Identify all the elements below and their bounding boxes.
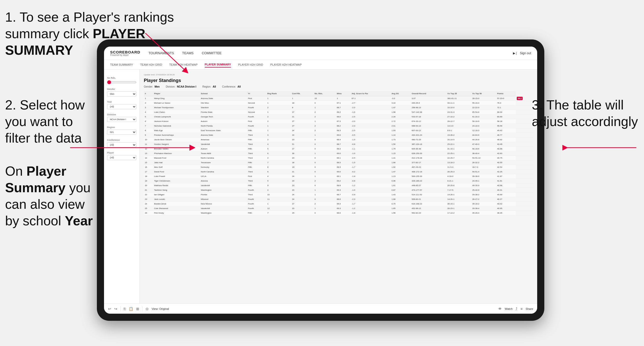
watch-label[interactable]: Watch	[505, 307, 513, 310]
table-header-row: # Player School Yr Reg Rank Conf Rk. No.…	[144, 91, 533, 96]
table-row: 10Jacob Skov OlesenArkansasFifth223068.4…	[144, 137, 533, 142]
table-row: 2Michael Le SassoOle MissSecond118067.1-…	[144, 101, 533, 105]
gender-filter: Gender: Men	[144, 85, 160, 88]
col-avg-sg: Avg SG	[391, 91, 411, 96]
sign-out-button[interactable]: Sign out	[520, 51, 531, 55]
annotation-bottom: On Player Summary you can also view by s…	[5, 163, 97, 229]
table-title: Player Standings	[144, 78, 533, 83]
view-label: View: Original	[152, 307, 169, 310]
table-row: 24Bastien AmatNew MexicoFourth127269.4-1…	[144, 202, 533, 206]
col-rank: #	[144, 91, 153, 96]
subnav-player-h2h-grid[interactable]: PLAYER H2H GRID	[238, 62, 263, 67]
toolbar-right: 👁 Watch ⤴ ≡ Share	[498, 307, 533, 311]
year-label: Year	[107, 101, 136, 103]
table-row: 11Gordon SargentVanderbiltThird421068.7-…	[144, 142, 533, 147]
year-select[interactable]: (All) First Second Third Fourth Fifth	[107, 104, 136, 109]
tablet-device: SCOREBOARD Powered by dippd TOURNAMENTS …	[97, 39, 544, 321]
division-label: Division	[107, 113, 136, 116]
table-row: 1Wenyi DingArizona StateFirst1115167.1-3…	[144, 96, 533, 101]
table-row: 20Matthew RiedelVanderbiltFifth923068.8-…	[144, 183, 533, 188]
table-row: 9Preston SummerhaysArizona StateThird324…	[144, 133, 533, 137]
nav-right: ▶ | Sign out	[513, 51, 531, 55]
table-row: 4Luke ClatonFlorida StateSecond127268.2-…	[144, 110, 533, 115]
share-label[interactable]: Share	[526, 307, 533, 310]
table-row: 26Petr HrubyWashingtonFifth725068.6-1.81…	[144, 211, 533, 215]
nav-item-committee[interactable]: COMMITTEE	[202, 50, 222, 56]
col-conf-rk: Conf Rk.	[291, 91, 313, 96]
col-overall-record: Overall Record	[411, 91, 446, 96]
table-row: 15Jake HallTennesseeFifth718068.5-1.51.6…	[144, 160, 533, 165]
table-row: 7Nicholas GabrelcikNorth FloridaFourth12…	[144, 124, 533, 128]
gender-select[interactable]: Men Women	[107, 91, 136, 96]
col-wins: Wins	[336, 91, 351, 96]
arrow-step1	[89, 31, 196, 81]
update-time: Update time: 27/03/2024 16:56:26	[144, 74, 533, 76]
standings-table: # Player School Yr Reg Rank Conf Rk. No.…	[144, 91, 533, 215]
col-yr: Yr	[247, 91, 266, 96]
clock-icon: ⊙	[146, 307, 149, 311]
table-row: 17David FordNorth CarolinaThird621069.0-…	[144, 170, 533, 174]
col-vs-top50: Vs Top 50	[471, 91, 496, 96]
filters-row: Gender: Men Division: NCAA Division I Re…	[144, 85, 533, 88]
chart-icon[interactable]: ≡	[520, 307, 522, 311]
table-row: 19Tiger ChristensenArizonaThird523269.2-…	[144, 179, 533, 183]
col-no-rds: No. Rds.	[314, 91, 336, 96]
table-row: 3Michael ThorbjornsenStanfordFourth28168…	[144, 105, 533, 110]
bottom-toolbar: ↩ ↪ ⎘ 📋 ⊞ ⊙ View: Original 👁 Watch ⤴ ≡ S…	[104, 303, 537, 314]
tablet-screen: SCOREBOARD Powered by dippd TOURNAMENTS …	[104, 47, 537, 314]
col-player: Player	[153, 91, 200, 96]
table-row: 5Christo LamprechtGeorgia TechFourth2212…	[144, 115, 533, 119]
table-area: Update time: 27/03/2024 16:56:26 Player …	[140, 70, 537, 303]
region-filter: Region: All	[202, 85, 216, 88]
nav-icon: ▶ |	[513, 51, 517, 55]
table-row: 6Jackson KoivunAuburnFirst227167.3-2.02.…	[144, 119, 533, 124]
redo-icon[interactable]: ↪	[114, 307, 117, 311]
export-icon[interactable]: ⤴	[516, 307, 517, 311]
eye-icon: 👁	[498, 307, 502, 311]
copy-icon[interactable]: ⎘	[124, 307, 126, 311]
paste-icon[interactable]: 📋	[129, 307, 133, 311]
annotation-step3: 3. The table will adjust accordingly	[532, 97, 639, 130]
region-select[interactable]: N/A All	[107, 130, 136, 135]
table-row: 16Alex GoffKentuckyFifth819068.3-1.71.92…	[144, 165, 533, 170]
toolbar-divider-2	[142, 306, 143, 311]
table-row: 23Jack LundinMissouriFourth1124068.6-2.3…	[144, 197, 533, 202]
toolbar-divider-1	[120, 306, 121, 311]
table-row: 18Luke PowellUCLAFirst424169.1-1.81.1350…	[144, 174, 533, 179]
table-row: 12Brendan ValdesAuburnFifth527068.4-1.11…	[144, 147, 533, 151]
subnav-player-h2h-heatmap[interactable]: PLAYER H2H HEATMAP	[270, 62, 302, 67]
table-row: 21Tashiron SongWashingtonFourth423169.3-…	[144, 188, 533, 192]
col-adj-score: Adj. Score to Par	[351, 91, 390, 96]
table-row: 22Ian GilliganFloridaThird1024168.7-0.81…	[144, 192, 533, 197]
col-school: School	[200, 91, 247, 96]
main-content: No Rds. Gender Men Women Year (All) Firs…	[104, 70, 537, 303]
conference-filter: Conference: All	[222, 85, 241, 88]
col-points: Points	[496, 91, 516, 96]
col-reg-rank: Reg Rank	[266, 91, 291, 96]
table-row: 13Phichaksn MaichonTexas A&MThird630169.…	[144, 151, 533, 156]
svg-line-0	[145, 33, 186, 71]
division-filter: Division: NCAA Division I	[166, 85, 196, 88]
division-select[interactable]: NCAA Division I NCAA Division II NCAA Di…	[107, 117, 136, 122]
table-row: 14Maxwell FordNorth CarolinaThird223069.…	[144, 156, 533, 160]
sidebar: No Rds. Gender Men Women Year (All) Firs…	[104, 70, 140, 303]
arrow-step2	[68, 135, 195, 165]
table-body: 1Wenyi DingArizona StateFirst1115167.1-3…	[144, 96, 533, 215]
gender-label: Gender	[107, 88, 136, 90]
arrow-step3	[562, 135, 639, 165]
undo-icon[interactable]: ↩	[108, 307, 111, 311]
col-vs-top25: Vs Top 25	[446, 91, 471, 96]
table-row: 8Mats EgeEast Tennessee StateFifth124268…	[144, 128, 533, 133]
grid-icon[interactable]: ⊞	[136, 307, 139, 311]
region-label: Region	[107, 126, 136, 129]
table-row: 25Cole SherwoodVanderbiltFourth1223169.3…	[144, 206, 533, 211]
table-header-section: Update time: 27/03/2024 16:56:26 Player …	[144, 74, 533, 88]
table-head: # Player School Yr Reg Rank Conf Rk. No.…	[144, 91, 533, 96]
subnav-player-summary[interactable]: PLAYER SUMMARY	[205, 62, 231, 67]
